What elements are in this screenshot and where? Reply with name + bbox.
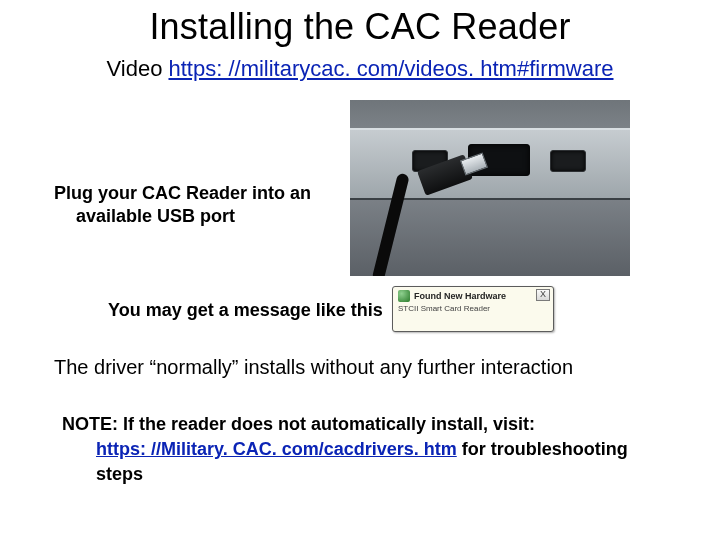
usb-port-image	[350, 100, 630, 276]
page-title: Installing the CAC Reader	[0, 6, 720, 48]
balloon-subtitle: STCII Smart Card Reader	[398, 304, 548, 313]
slide: Installing the CAC Reader Video https: /…	[0, 0, 720, 540]
message-instruction: You may get a message like this	[108, 300, 383, 321]
note-link[interactable]: https: //Military. CAC. com/cacdrivers. …	[96, 439, 457, 459]
note-line3: steps	[62, 462, 662, 487]
video-link[interactable]: https: //militarycac. com/videos. htm#fi…	[168, 56, 613, 81]
found-hardware-balloon: Found New Hardware STCII Smart Card Read…	[392, 286, 554, 332]
balloon-close-button[interactable]: X	[536, 289, 550, 301]
usb-port-icon	[550, 150, 586, 172]
note-line1: NOTE: If the reader does not automatical…	[62, 414, 535, 434]
plug-line2: available USB port	[54, 205, 324, 228]
balloon-title: Found New Hardware	[414, 291, 506, 301]
plug-instruction: Plug your CAC Reader into an available U…	[54, 182, 324, 227]
video-label: Video	[107, 56, 169, 81]
note-block: NOTE: If the reader does not automatical…	[62, 412, 662, 488]
hardware-icon	[398, 290, 410, 302]
note-after-link: for troubleshooting	[457, 439, 628, 459]
note-line2: https: //Military. CAC. com/cacdrivers. …	[62, 437, 662, 462]
balloon-title-row: Found New Hardware	[398, 290, 548, 302]
balloon-inner: Found New Hardware STCII Smart Card Read…	[392, 286, 554, 332]
driver-install-text: The driver “normally” installs without a…	[54, 356, 666, 379]
video-line: Video https: //militarycac. com/videos. …	[0, 56, 720, 82]
plug-line1: Plug your CAC Reader into an	[54, 183, 311, 203]
